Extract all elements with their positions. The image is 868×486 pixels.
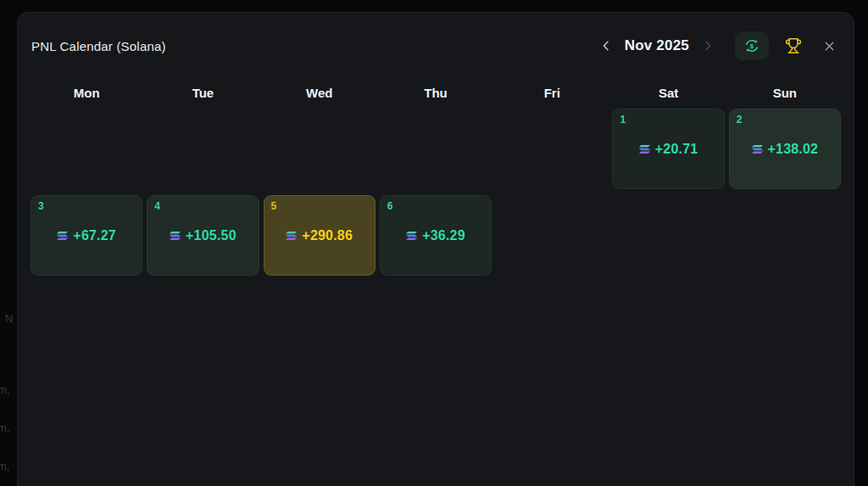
calendar-day-cell[interactable]: 6 +36.29	[380, 195, 492, 276]
cell-pnl-value: +36.29	[422, 228, 465, 243]
cell-day-number: 1	[620, 114, 626, 126]
solana-icon	[57, 232, 68, 240]
cell-pnl: +36.29	[406, 228, 465, 243]
cell-pnl-value: +138.02	[768, 142, 819, 157]
background-text-fragment: m,	[0, 383, 9, 396]
leaderboard-button[interactable]	[779, 31, 808, 60]
day-header-wed: Wed	[264, 86, 376, 100]
close-icon	[822, 39, 837, 53]
calendar: Mon Tue Wed Thu Fri Sat Sun 1	[18, 86, 854, 276]
cell-day-number: 3	[38, 200, 44, 212]
cell-pnl-value: +290.86	[302, 228, 353, 243]
day-header-sun: Sun	[729, 86, 841, 100]
calendar-day-cell[interactable]: 3 +67.27	[31, 195, 142, 276]
background-text-fragment: m,	[0, 460, 9, 472]
calendar-day-cell[interactable]: 5 +290.86	[264, 195, 376, 276]
cell-pnl-value: +67.27	[73, 228, 116, 243]
refresh-pnl-button[interactable]: $	[735, 31, 769, 60]
cell-pnl-value: +20.71	[655, 142, 698, 157]
cell-day-number: 5	[271, 200, 277, 212]
trophy-icon	[785, 37, 802, 54]
solana-icon	[639, 145, 650, 154]
calendar-grid: 1 +20.71 2	[31, 109, 841, 276]
solana-icon	[286, 232, 297, 240]
month-label: Nov 2025	[625, 37, 689, 54]
prev-month-button[interactable]	[594, 33, 618, 59]
solana-icon	[406, 232, 417, 240]
calendar-day-cell[interactable]: 1 +20.71	[612, 109, 724, 189]
background-text-fragment: m,	[0, 422, 9, 434]
chevron-left-icon	[599, 39, 613, 53]
cell-pnl: +290.86	[286, 228, 353, 243]
next-month-button[interactable]	[696, 33, 720, 59]
pnl-calendar-modal: PNL Calendar (Solana) Nov 2025 $	[17, 12, 854, 486]
header-controls: Nov 2025 $	[594, 31, 842, 60]
cell-day-number: 2	[737, 114, 743, 126]
cell-day-number: 4	[154, 200, 160, 212]
close-button[interactable]	[816, 31, 842, 60]
day-header-thu: Thu	[380, 86, 492, 100]
day-header-fri: Fri	[496, 86, 608, 100]
svg-text:$: $	[750, 42, 754, 50]
day-header-mon: Mon	[31, 86, 142, 100]
cell-pnl: +67.27	[57, 228, 116, 243]
modal-header: PNL Calendar (Solana) Nov 2025 $	[18, 13, 854, 60]
cell-pnl: +138.02	[752, 142, 819, 157]
solana-icon	[752, 145, 763, 154]
cell-pnl: +20.71	[639, 142, 698, 157]
chevron-right-icon	[701, 39, 715, 53]
cell-day-number: 6	[387, 200, 393, 212]
solana-icon	[170, 232, 181, 240]
background-text-fragment: N	[5, 312, 13, 325]
cell-pnl: +105.50	[170, 228, 236, 243]
day-headers-row: Mon Tue Wed Thu Fri Sat Sun	[31, 86, 841, 100]
day-header-tue: Tue	[147, 86, 259, 100]
day-header-sat: Sat	[612, 86, 724, 100]
currency-refresh-icon: $	[743, 37, 760, 54]
calendar-day-cell[interactable]: 4 +105.50	[147, 195, 259, 276]
calendar-day-cell[interactable]: 2 +138.02	[729, 109, 841, 189]
cell-pnl-value: +105.50	[186, 228, 236, 243]
modal-title: PNL Calendar (Solana)	[31, 39, 166, 53]
